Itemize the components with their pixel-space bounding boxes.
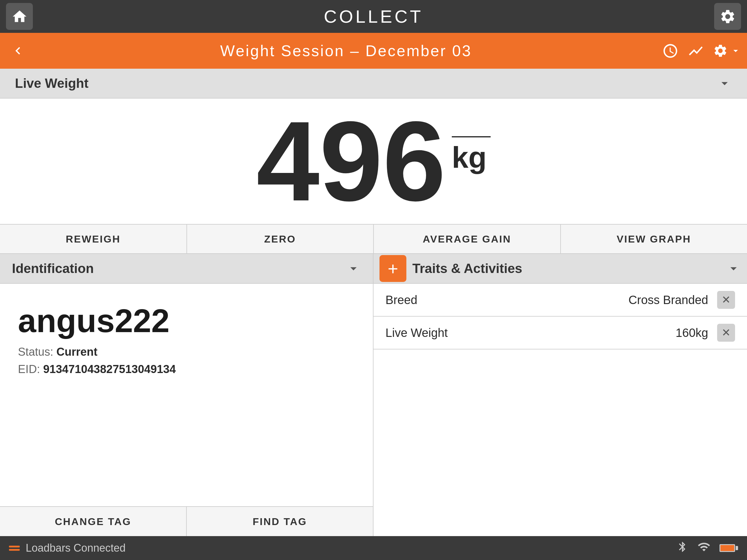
battery-tip xyxy=(736,546,738,550)
table-row: Live Weight 160kg ✕ xyxy=(374,317,747,349)
identification-panel: Identification angus222 Status: Current … xyxy=(0,254,374,536)
traits-header: + Traits & Activities xyxy=(374,254,747,284)
animal-name: angus222 xyxy=(18,302,355,340)
clock-icon-button[interactable] xyxy=(662,43,678,59)
trait-name-liveweight: Live Weight xyxy=(385,326,676,340)
identification-content: angus222 Status: Current EID: 9134710438… xyxy=(0,284,373,506)
loadbar-icon xyxy=(9,546,20,551)
change-tag-button[interactable]: CHANGE TAG xyxy=(0,507,187,536)
find-tag-button[interactable]: FIND TAG xyxy=(187,507,373,536)
trait-value-liveweight: 160kg xyxy=(676,326,708,340)
app-title: COLLECT xyxy=(324,6,423,27)
remove-breed-button[interactable]: ✕ xyxy=(717,291,735,309)
weight-unit-container: kg xyxy=(452,136,491,187)
traits-title: Traits & Activities xyxy=(412,261,726,276)
add-trait-button[interactable]: + xyxy=(380,255,406,282)
bluetooth-icon xyxy=(676,541,689,556)
live-weight-chevron-icon[interactable] xyxy=(717,76,732,91)
identification-title: Identification xyxy=(12,261,346,276)
live-weight-label: Live Weight xyxy=(15,76,88,91)
status-bar: Loadbars Connected xyxy=(0,536,747,560)
battery-icon xyxy=(720,544,738,552)
traits-panel: + Traits & Activities Breed Cross Brande… xyxy=(374,254,747,536)
tag-buttons: CHANGE TAG FIND TAG xyxy=(0,506,373,536)
weight-unit: kg xyxy=(452,140,487,175)
lower-section: Identification angus222 Status: Current … xyxy=(0,254,747,536)
trait-name-breed: Breed xyxy=(385,293,628,307)
trait-value-breed: Cross Branded xyxy=(628,293,708,307)
traits-chevron-icon[interactable] xyxy=(726,261,741,276)
top-nav: COLLECT xyxy=(0,0,747,33)
session-bar: Weight Session – December 03 xyxy=(0,33,747,69)
home-button[interactable] xyxy=(6,3,33,30)
view-graph-button[interactable]: VIEW GRAPH xyxy=(561,224,747,253)
loadbar-line-2 xyxy=(9,549,20,551)
settings-button[interactable] xyxy=(714,3,741,30)
session-title: Weight Session – December 03 xyxy=(30,42,662,60)
settings-dropdown-button[interactable] xyxy=(713,43,741,58)
animal-eid: EID: 913471043827513049134 xyxy=(18,363,355,376)
status-text: Loadbars Connected xyxy=(26,542,126,554)
action-buttons: REWEIGH ZERO AVERAGE GAIN VIEW GRAPH xyxy=(0,224,747,254)
table-row: Breed Cross Branded ✕ xyxy=(374,284,747,317)
session-icons xyxy=(662,43,741,59)
weight-value: 496 xyxy=(256,105,446,218)
status-left: Loadbars Connected xyxy=(9,542,126,554)
back-button[interactable] xyxy=(6,39,30,63)
wifi-icon xyxy=(697,540,711,556)
battery-body xyxy=(720,544,735,552)
zero-button[interactable]: ZERO xyxy=(187,224,374,253)
average-gain-button[interactable]: AVERAGE GAIN xyxy=(374,224,561,253)
animal-status-value: Current xyxy=(56,346,97,358)
reweigh-button[interactable]: REWEIGH xyxy=(0,224,187,253)
live-weight-header: Live Weight xyxy=(0,69,747,99)
animal-status: Status: Current xyxy=(18,346,355,358)
status-right xyxy=(676,540,738,556)
remove-liveweight-button[interactable]: ✕ xyxy=(717,324,735,342)
loadbar-line-1 xyxy=(9,546,20,548)
traits-table: Breed Cross Branded ✕ Live Weight 160kg … xyxy=(374,284,747,536)
animal-eid-value: 913471043827513049134 xyxy=(43,363,176,375)
weight-unit-line xyxy=(452,136,491,137)
chart-icon-button[interactable] xyxy=(688,43,704,59)
weight-display: 496 kg xyxy=(0,99,747,224)
identification-header: Identification xyxy=(0,254,373,284)
identification-chevron-icon[interactable] xyxy=(346,261,361,276)
